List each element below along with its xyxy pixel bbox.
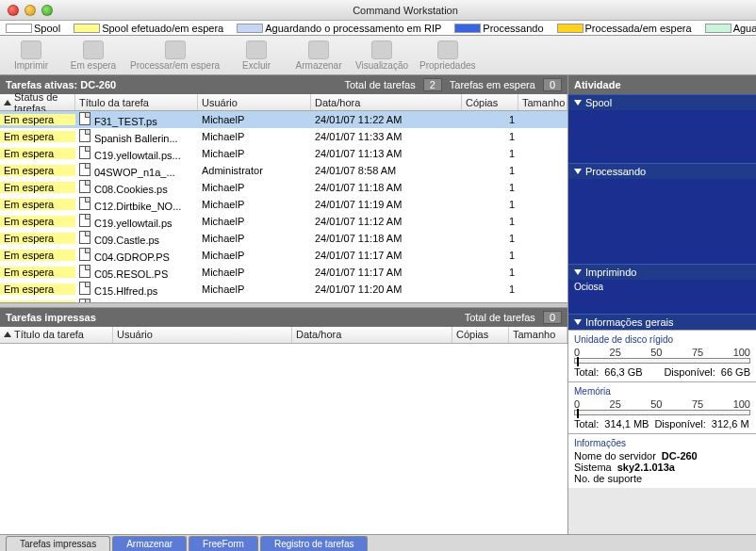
toolbar-icon [371,41,392,59]
memory-scale: 0255075100 [574,398,750,410]
legend-swatch-icon [705,24,731,33]
col-user[interactable]: Usuário [113,327,292,343]
table-row[interactable]: Em esperaSpanish Ballerin...MichaelP24/0… [0,128,567,145]
cell-date: 24/01/07 11:19 AM [311,199,462,210]
cell-date: 24/01/07 8:58 AM [311,165,462,176]
col-date[interactable]: Data/hora [292,327,452,343]
col-title[interactable]: Título da tarefa [75,94,198,110]
cell-title: C04.GDROP.PS [75,248,198,263]
table-row[interactable]: Em esperaC09.Castle.psMichaelP24/01/07 1… [0,230,567,247]
table-row[interactable]: Em esperaC05.RESOL.PSMichaelP24/01/07 11… [0,264,567,281]
cell-date: 24/01/07 11:18 AM [311,233,462,244]
disclosure-icon [574,319,582,325]
cell-user: MichaelP [198,267,311,278]
close-icon[interactable] [8,5,19,16]
legend-item: Spool efetuado/em espera [74,23,223,34]
toolbar-button[interactable]: Armazenar [293,41,344,71]
cell-date: 24/01/07 11:17 AM [311,267,462,278]
toolbar-button[interactable]: Excluir [231,41,282,71]
memory-bar [574,410,750,415]
cell-copies: 1 [462,148,518,159]
legend-swatch-icon [454,24,481,33]
document-icon [79,129,90,142]
tab[interactable]: Tarefas impressas [6,536,110,551]
col-size[interactable]: Tamanho [509,327,567,343]
document-icon [79,248,90,261]
toolbar-button[interactable]: Processar/em espera [130,41,220,71]
table-row[interactable]: Em esperaC19.yellowtail.ps...MichaelP24/… [0,145,567,162]
toolbar-button[interactable]: Visualização [355,41,408,71]
toolbar-button[interactable]: Imprimir [6,41,57,71]
cell-title: C12.Dirtbike_NO... [75,197,198,212]
activity-processing[interactable]: Processando [568,163,756,179]
right-column: Atividade Spool Processando Imprimindo O… [567,75,756,534]
cell-date: 24/01/07 11:13 AM [311,148,462,159]
tab[interactable]: FreeForm [189,536,258,551]
toolbar-icon [21,41,41,59]
table-row[interactable]: Em esperaF31_TEST.psMichaelP24/01/07 11:… [0,111,567,128]
col-date[interactable]: Data/hora [311,94,462,110]
document-icon [79,197,90,210]
legend-label: Aguardando o processamento em RIP [265,23,441,34]
table-row[interactable]: Em esperaC12.Dirtbike_NO...MichaelP24/01… [0,196,567,213]
waiting-label: Tarefas em espera [450,79,535,90]
legend-label: Processando [483,23,543,34]
col-copies[interactable]: Cópias [462,94,518,110]
cell-date: 24/01/07 11:33 AM [311,131,462,142]
printed-total-label: Total de tarefas [465,312,535,323]
total-label: Total de tarefas [344,79,415,90]
zoom-icon[interactable] [41,5,53,16]
cell-status: Em espera [0,131,75,142]
general-info-header[interactable]: Informações gerais [568,314,756,330]
status-legend: SpoolSpool efetuado/em esperaAguardando … [0,21,756,36]
printed-tasks-header: Tarefas impressas Total de tarefas 0 [0,308,567,327]
col-status[interactable]: Status de tarefas [0,94,75,110]
cell-user: Administrator [198,165,311,176]
tab[interactable]: Registro de tarefas [260,536,369,551]
cell-title: 04SWOP_n1a_... [75,163,198,178]
legend-swatch-icon [237,24,263,33]
document-icon [79,180,90,193]
cell-user: MichaelP [198,216,311,227]
active-tasks-columns: Status de tarefas Título da tarefa Usuár… [0,94,567,111]
toolbar-button[interactable]: Propriedades [419,41,475,71]
toolbar-icon [308,41,329,59]
window-titlebar: Command Workstation [0,0,756,21]
waiting-count: 0 [543,78,562,91]
toolbar-icon [437,41,458,59]
legend-label: Spool [34,23,60,34]
col-user[interactable]: Usuário [198,94,311,110]
activity-spool[interactable]: Spool [568,94,756,110]
col-size[interactable]: Tamanho [518,94,567,110]
toolbar-label: Excluir [242,60,271,71]
toolbar-icon [246,41,267,59]
col-title[interactable]: Título da tarefa [0,327,113,343]
cell-date: 24/01/07 11:12 AM [311,216,462,227]
table-row[interactable]: Em esperaC15.Hlfred.psMichaelP24/01/07 1… [0,281,567,298]
printed-tasks-columns: Título da tarefa Usuário Data/hora Cópia… [0,327,567,344]
legend-item: Processando [454,23,543,34]
table-row[interactable]: Em esperaC19.yellowtail.psMichaelP24/01/… [0,213,567,230]
col-copies[interactable]: Cópias [452,327,509,343]
info-caption: Informações [574,438,750,448]
toolbar-button[interactable]: Em espera [68,41,119,71]
legend-swatch-icon [74,24,100,33]
cell-copies: 1 [462,182,518,193]
window-title: Command Workstation [62,5,748,16]
processing-area [568,179,756,264]
legend-item: Processada/em espera [557,23,692,34]
cell-title: C05.RESOL.PS [75,265,198,280]
minimize-icon[interactable] [25,5,36,16]
cell-status: Em espera [0,250,75,261]
cell-status: Em espera [0,267,75,278]
table-row[interactable]: Em espera04SWOP_n1a_...Administrator24/0… [0,162,567,179]
table-row[interactable]: Em esperaC08.Cookies.psMichaelP24/01/07 … [0,179,567,196]
cell-status: Em espera [0,165,75,176]
cell-user: MichaelP [198,199,311,210]
active-tasks-body: Em esperaF31_TEST.psMichaelP24/01/07 11:… [0,111,567,302]
table-row[interactable]: Em esperaC04.GDROP.PSMichaelP24/01/07 11… [0,247,567,264]
printed-tasks-body [0,344,567,535]
activity-printing[interactable]: Imprimindo [568,264,756,280]
tab[interactable]: Armazenar [112,536,187,551]
active-tasks-title: Tarefas ativas: DC-260 [6,79,116,90]
